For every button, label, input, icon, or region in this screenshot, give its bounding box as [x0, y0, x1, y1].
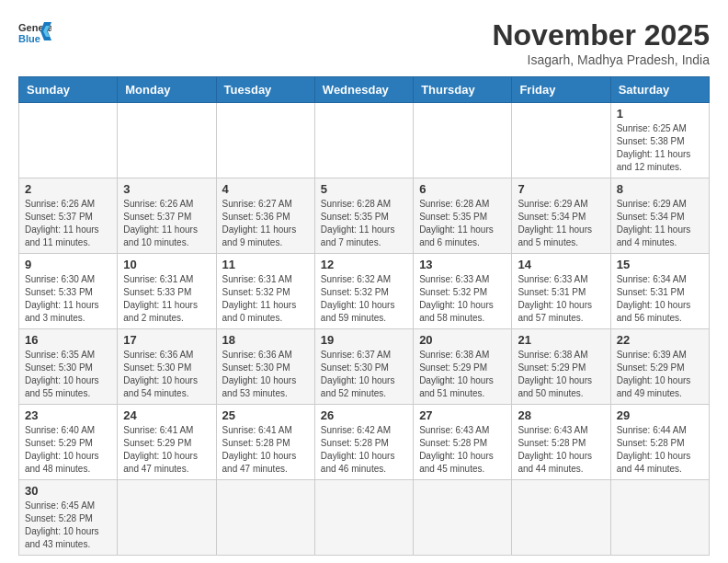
day-number: 11: [222, 258, 309, 271]
weekday-header-friday: Friday: [512, 77, 610, 103]
calendar-cell: [610, 480, 709, 556]
day-number: 18: [222, 333, 309, 347]
svg-text:Blue: Blue: [18, 33, 40, 44]
day-number: 12: [321, 258, 407, 271]
day-number: 17: [123, 333, 210, 347]
weekday-header-sunday: Sunday: [19, 77, 118, 103]
calendar-cell: 1Sunrise: 6:25 AM Sunset: 5:38 PM Daylig…: [610, 103, 709, 178]
day-number: 22: [617, 333, 703, 347]
day-info: Sunrise: 6:26 AM Sunset: 5:37 PM Dayligh…: [123, 198, 210, 249]
day-number: 29: [617, 408, 703, 422]
day-number: 4: [222, 182, 309, 196]
day-number: 6: [419, 182, 506, 196]
weekday-header-monday: Monday: [118, 77, 216, 103]
day-number: 2: [25, 182, 111, 196]
calendar-cell: 25Sunrise: 6:41 AM Sunset: 5:28 PM Dayli…: [216, 405, 314, 480]
weekday-header-saturday: Saturday: [610, 77, 709, 103]
day-info: Sunrise: 6:28 AM Sunset: 5:35 PM Dayligh…: [419, 198, 506, 249]
day-info: Sunrise: 6:31 AM Sunset: 5:33 PM Dayligh…: [123, 273, 210, 325]
day-number: 16: [25, 333, 111, 347]
day-info: Sunrise: 6:42 AM Sunset: 5:28 PM Dayligh…: [321, 424, 407, 476]
logo-icon: General Blue: [18, 18, 51, 44]
day-number: 26: [321, 408, 407, 422]
calendar-cell: [118, 480, 216, 556]
calendar-cell: [19, 103, 118, 178]
day-info: Sunrise: 6:26 AM Sunset: 5:37 PM Dayligh…: [25, 198, 111, 249]
day-number: 20: [419, 333, 506, 347]
calendar-cell: 23Sunrise: 6:40 AM Sunset: 5:29 PM Dayli…: [19, 405, 118, 480]
calendar-cell: 17Sunrise: 6:36 AM Sunset: 5:30 PM Dayli…: [118, 329, 216, 405]
calendar-cell: [216, 103, 314, 178]
calendar-cell: 19Sunrise: 6:37 AM Sunset: 5:30 PM Dayli…: [314, 329, 413, 405]
day-number: 25: [222, 408, 309, 422]
week-row-6: 30Sunrise: 6:45 AM Sunset: 5:28 PM Dayli…: [19, 480, 710, 556]
calendar-cell: 26Sunrise: 6:42 AM Sunset: 5:28 PM Dayli…: [314, 405, 413, 480]
calendar-cell: [314, 480, 413, 556]
day-number: 30: [25, 484, 111, 498]
logo: General Blue: [18, 18, 51, 44]
calendar-cell: 29Sunrise: 6:44 AM Sunset: 5:28 PM Dayli…: [610, 405, 709, 480]
day-info: Sunrise: 6:28 AM Sunset: 5:35 PM Dayligh…: [321, 198, 407, 249]
day-number: 7: [518, 182, 604, 196]
day-info: Sunrise: 6:37 AM Sunset: 5:30 PM Dayligh…: [321, 349, 407, 400]
day-number: 24: [123, 408, 210, 422]
day-info: Sunrise: 6:38 AM Sunset: 5:29 PM Dayligh…: [419, 349, 506, 400]
week-row-3: 9Sunrise: 6:30 AM Sunset: 5:33 PM Daylig…: [19, 254, 710, 329]
day-number: 23: [25, 408, 111, 422]
calendar-cell: 14Sunrise: 6:33 AM Sunset: 5:31 PM Dayli…: [512, 254, 610, 329]
title-area: November 2025 Isagarh, Madhya Pradesh, I…: [492, 18, 710, 67]
month-title: November 2025: [492, 18, 710, 52]
calendar-cell: 6Sunrise: 6:28 AM Sunset: 5:35 PM Daylig…: [414, 178, 512, 254]
day-info: Sunrise: 6:44 AM Sunset: 5:28 PM Dayligh…: [617, 424, 703, 476]
day-number: 9: [25, 258, 111, 271]
day-info: Sunrise: 6:27 AM Sunset: 5:36 PM Dayligh…: [222, 198, 309, 249]
day-info: Sunrise: 6:30 AM Sunset: 5:33 PM Dayligh…: [25, 273, 111, 325]
day-number: 8: [617, 182, 703, 196]
calendar-cell: 28Sunrise: 6:43 AM Sunset: 5:28 PM Dayli…: [512, 405, 610, 480]
calendar-cell: [512, 480, 610, 556]
day-number: 15: [617, 258, 703, 271]
day-info: Sunrise: 6:40 AM Sunset: 5:29 PM Dayligh…: [25, 424, 111, 476]
day-info: Sunrise: 6:41 AM Sunset: 5:28 PM Dayligh…: [222, 424, 309, 476]
week-row-2: 2Sunrise: 6:26 AM Sunset: 5:37 PM Daylig…: [19, 178, 710, 254]
calendar-cell: 30Sunrise: 6:45 AM Sunset: 5:28 PM Dayli…: [19, 480, 118, 556]
day-info: Sunrise: 6:36 AM Sunset: 5:30 PM Dayligh…: [222, 349, 309, 400]
weekday-header-wednesday: Wednesday: [314, 77, 413, 103]
calendar-cell: [118, 103, 216, 178]
calendar-cell: 10Sunrise: 6:31 AM Sunset: 5:33 PM Dayli…: [118, 254, 216, 329]
day-number: 28: [518, 408, 604, 422]
day-info: Sunrise: 6:45 AM Sunset: 5:28 PM Dayligh…: [25, 500, 111, 551]
day-number: 3: [123, 182, 210, 196]
day-info: Sunrise: 6:36 AM Sunset: 5:30 PM Dayligh…: [123, 349, 210, 400]
day-info: Sunrise: 6:38 AM Sunset: 5:29 PM Dayligh…: [518, 349, 604, 400]
weekday-header-row: SundayMondayTuesdayWednesdayThursdayFrid…: [19, 77, 710, 103]
calendar-cell: [512, 103, 610, 178]
week-row-5: 23Sunrise: 6:40 AM Sunset: 5:29 PM Dayli…: [19, 405, 710, 480]
day-info: Sunrise: 6:33 AM Sunset: 5:31 PM Dayligh…: [518, 273, 604, 325]
calendar-cell: [314, 103, 413, 178]
week-row-4: 16Sunrise: 6:35 AM Sunset: 5:30 PM Dayli…: [19, 329, 710, 405]
calendar-cell: 16Sunrise: 6:35 AM Sunset: 5:30 PM Dayli…: [19, 329, 118, 405]
day-info: Sunrise: 6:35 AM Sunset: 5:30 PM Dayligh…: [25, 349, 111, 400]
weekday-header-tuesday: Tuesday: [216, 77, 314, 103]
day-number: 14: [518, 258, 604, 271]
calendar: SundayMondayTuesdayWednesdayThursdayFrid…: [18, 76, 710, 556]
day-info: Sunrise: 6:34 AM Sunset: 5:31 PM Dayligh…: [617, 273, 703, 325]
day-number: 5: [321, 182, 407, 196]
calendar-cell: 8Sunrise: 6:29 AM Sunset: 5:34 PM Daylig…: [610, 178, 709, 254]
day-info: Sunrise: 6:25 AM Sunset: 5:38 PM Dayligh…: [617, 122, 703, 174]
calendar-cell: 15Sunrise: 6:34 AM Sunset: 5:31 PM Dayli…: [610, 254, 709, 329]
weekday-header-thursday: Thursday: [414, 77, 512, 103]
calendar-cell: [414, 480, 512, 556]
day-info: Sunrise: 6:43 AM Sunset: 5:28 PM Dayligh…: [518, 424, 604, 476]
calendar-cell: 5Sunrise: 6:28 AM Sunset: 5:35 PM Daylig…: [314, 178, 413, 254]
day-info: Sunrise: 6:41 AM Sunset: 5:29 PM Dayligh…: [123, 424, 210, 476]
calendar-cell: 2Sunrise: 6:26 AM Sunset: 5:37 PM Daylig…: [19, 178, 118, 254]
calendar-cell: 21Sunrise: 6:38 AM Sunset: 5:29 PM Dayli…: [512, 329, 610, 405]
day-number: 1: [617, 107, 703, 121]
day-number: 19: [321, 333, 407, 347]
calendar-cell: 12Sunrise: 6:32 AM Sunset: 5:32 PM Dayli…: [314, 254, 413, 329]
day-info: Sunrise: 6:33 AM Sunset: 5:32 PM Dayligh…: [419, 273, 506, 325]
calendar-cell: 11Sunrise: 6:31 AM Sunset: 5:32 PM Dayli…: [216, 254, 314, 329]
calendar-cell: 27Sunrise: 6:43 AM Sunset: 5:28 PM Dayli…: [414, 405, 512, 480]
